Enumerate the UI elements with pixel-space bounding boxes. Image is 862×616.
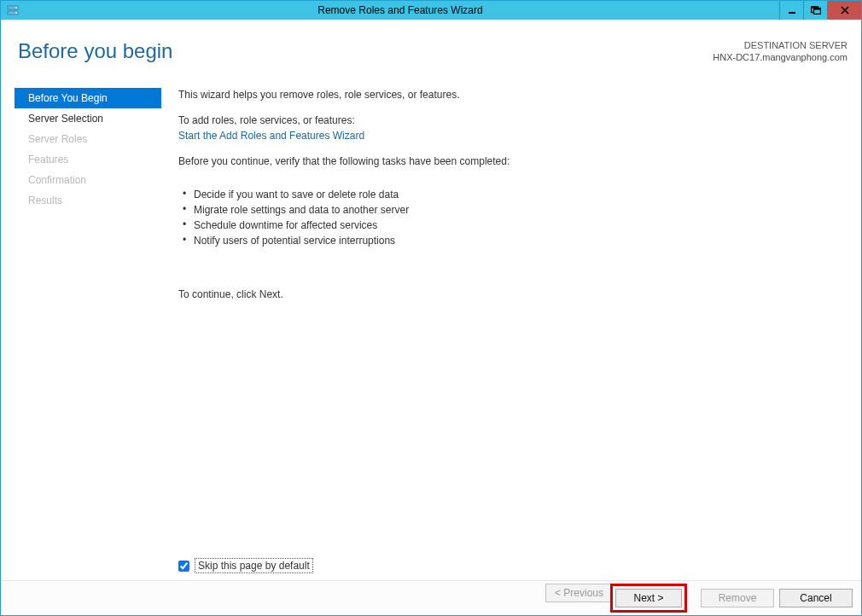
task-item: Schedule downtime for affected services — [185, 218, 846, 233]
continue-text: To continue, click Next. — [178, 288, 846, 301]
cancel-button[interactable]: Cancel — [779, 589, 853, 607]
task-item: Notify users of potential service interr… — [185, 233, 846, 248]
svg-rect-2 — [16, 7, 18, 9]
next-button[interactable]: Next > — [615, 589, 682, 607]
destination-server-label: DESTINATION SERVER — [713, 39, 847, 51]
skip-page-row: Skip this page by default — [178, 558, 846, 573]
footer: < Previous Next > Remove Cancel — [1, 580, 861, 615]
intro-text-1: This wizard helps you remove roles, role… — [178, 88, 846, 102]
close-button[interactable] — [827, 1, 861, 20]
wizard-nav: Before You Begin Server Selection Server… — [1, 88, 161, 580]
minimize-button[interactable] — [779, 1, 803, 20]
server-manager-icon — [1, 1, 21, 20]
svg-rect-4 — [789, 12, 795, 14]
destination-server-block: DESTINATION SERVER HNX-DC17.mangvanphong… — [713, 39, 847, 63]
destination-server-value: HNX-DC17.mangvanphong.com — [713, 51, 847, 63]
intro-text-3: Before you continue, verify that the fol… — [178, 154, 846, 168]
task-item: Migrate role settings and data to anothe… — [185, 202, 846, 218]
maximize-button[interactable] — [803, 1, 827, 20]
nav-server-selection[interactable]: Server Selection — [15, 108, 161, 129]
nav-button-group: < Previous Next > — [545, 584, 687, 613]
skip-page-label[interactable]: Skip this page by default — [195, 558, 313, 573]
wizard-window: Remove Roles and Features Wizard — [0, 0, 862, 616]
nav-features: Features — [15, 149, 161, 170]
task-list: Decide if you want to save or delete rol… — [178, 187, 846, 248]
content-spacer — [178, 313, 846, 558]
nav-server-roles: Server Roles — [15, 129, 161, 149]
intro-text-2: To add roles, role services, or features… — [178, 113, 846, 127]
nav-confirmation: Confirmation — [15, 170, 161, 190]
add-roles-link[interactable]: Start the Add Roles and Features Wizard — [178, 130, 364, 142]
titlebar: Remove Roles and Features Wizard — [1, 1, 861, 20]
content: This wizard helps you remove roles, role… — [161, 88, 861, 580]
task-item: Decide if you want to save or delete rol… — [185, 187, 846, 202]
svg-rect-8 — [813, 9, 820, 10]
remove-button: Remove — [701, 589, 774, 607]
nav-results: Results — [15, 190, 161, 211]
skip-page-checkbox[interactable] — [178, 561, 189, 572]
window-title: Remove Roles and Features Wizard — [21, 1, 779, 20]
next-button-highlight: Next > — [610, 584, 687, 613]
previous-button: < Previous — [545, 584, 612, 602]
svg-rect-3 — [16, 12, 18, 14]
window-controls — [779, 1, 861, 20]
body: Before You Begin Server Selection Server… — [1, 76, 861, 580]
nav-before-you-begin[interactable]: Before You Begin — [15, 88, 161, 108]
header: Before you begin DESTINATION SERVER HNX-… — [1, 20, 861, 76]
page-title: Before you begin — [18, 39, 172, 63]
